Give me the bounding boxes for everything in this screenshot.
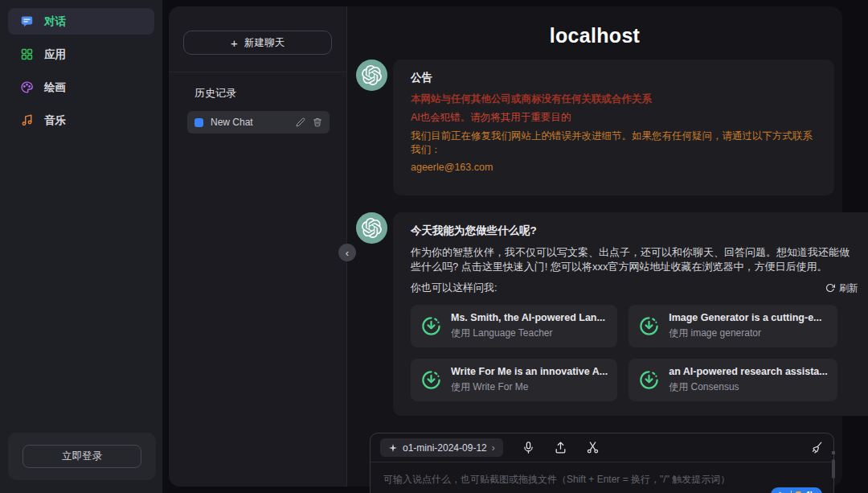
palette-icon bbox=[20, 80, 34, 94]
mic-icon[interactable] bbox=[522, 441, 535, 454]
refresh-label: 刷新 bbox=[839, 281, 858, 295]
assistant-avatar bbox=[356, 60, 387, 91]
scrollbar-dot bbox=[832, 451, 835, 454]
suggestion-use: 使用 Write For Me bbox=[451, 380, 608, 394]
download-circle-icon bbox=[420, 315, 442, 337]
history-divider bbox=[169, 72, 346, 72]
login-button[interactable]: 立即登录 bbox=[23, 445, 141, 468]
history-panel: + 新建聊天 历史记录 New Chat bbox=[169, 6, 347, 487]
new-chat-button[interactable]: + 新建聊天 bbox=[183, 31, 332, 55]
announcement-message: 公告 本网站与任何其他公司或商标没有任何关联或合作关系 AI也会犯错。请勿将其用… bbox=[356, 60, 834, 195]
suggestion-title: an AI-powered research assista... bbox=[669, 366, 828, 377]
sidebar-item-label: 绘画 bbox=[44, 80, 66, 95]
sidebar-item-chat[interactable]: 对话 bbox=[8, 8, 154, 35]
apps-grid-icon bbox=[20, 47, 34, 61]
announcement-line-2: AI也会犯错。请勿将其用于重要目的 bbox=[411, 111, 817, 125]
ask-hint: 你也可以这样问我: bbox=[411, 281, 497, 295]
announcement-line-1: 本网站与任何其他公司或商标没有任何关联或合作关系 bbox=[411, 92, 817, 106]
sidebar-item-label: 应用 bbox=[44, 47, 66, 62]
suggestion-title: Ms. Smith, the AI-powered Lan... bbox=[451, 312, 605, 323]
plus-icon: + bbox=[231, 36, 238, 50]
suggestion-grid: Ms. Smith, the AI-powered Lan... 使用 Lang… bbox=[411, 305, 837, 401]
suggestion-title: Image Generator is a cutting-e... bbox=[669, 312, 821, 323]
hint-row: 你也可以这样问我: 刷新 bbox=[411, 281, 858, 295]
scissors-icon[interactable] bbox=[586, 441, 600, 454]
sparkle-icon bbox=[388, 443, 398, 453]
model-name: o1-mini-2024-09-12 bbox=[403, 442, 487, 454]
new-chat-label: 新建聊天 bbox=[244, 36, 285, 50]
suggestion-use: 使用 Language Teacher bbox=[451, 327, 605, 340]
assistant-avatar bbox=[356, 212, 387, 244]
history-list-item[interactable]: New Chat bbox=[187, 111, 330, 134]
chat-bubble-icon bbox=[20, 14, 34, 28]
welcome-bubble: 今天我能为您做些什么呢? 作为你的智慧伙伴，我不仅可以写文案、出点子，还可以和你… bbox=[393, 212, 868, 417]
chevron-left-icon: ‹ bbox=[346, 247, 349, 259]
model-selector[interactable]: o1-mini-2024-09-12 › bbox=[380, 438, 503, 457]
music-note-icon bbox=[20, 113, 34, 127]
suggestion-card[interactable]: Write For Me is an innovative A... 使用 Wr… bbox=[411, 359, 617, 401]
message-input[interactable] bbox=[371, 462, 833, 493]
message-list: 公告 本网站与任何其他公司或商标没有任何关联或合作关系 AI也会犯错。请勿将其用… bbox=[347, 60, 842, 416]
announcement-title: 公告 bbox=[411, 71, 817, 85]
page-title: localhost bbox=[347, 24, 842, 47]
download-circle-icon bbox=[638, 369, 660, 391]
suggestion-card[interactable]: Image Generator is a cutting-e... 使用 ima… bbox=[628, 305, 837, 347]
trash-icon[interactable] bbox=[313, 117, 322, 127]
chat-item-title: New Chat bbox=[211, 117, 289, 128]
chat-area: localhost 公告 本网站与任何其他公司或商标没有任何关联或合作关系 AI… bbox=[347, 6, 842, 487]
sidebar-item-drawing[interactable]: 绘画 bbox=[8, 74, 154, 101]
composer-toolbar: o1-mini-2024-09-12 › bbox=[371, 433, 833, 462]
suggestion-card[interactable]: an AI-powered research assista... 使用 Con… bbox=[628, 359, 837, 401]
refresh-button[interactable]: 刷新 bbox=[825, 281, 858, 295]
sidebar-item-label: 对话 bbox=[44, 14, 66, 29]
broom-icon[interactable] bbox=[810, 441, 824, 454]
scrollbar-thumb[interactable] bbox=[832, 459, 835, 479]
composer: o1-mini-2024-09-12 › bbox=[370, 433, 834, 493]
history-section-title: 历史记录 bbox=[194, 86, 332, 101]
suggestion-card[interactable]: Ms. Smith, the AI-powered Lan... 使用 Lang… bbox=[411, 305, 617, 347]
announcement-email: ageerle@163.com bbox=[411, 162, 817, 173]
openai-logo-icon bbox=[362, 218, 382, 238]
main-window: + 新建聊天 历史记录 New Chat ‹ localhost bbox=[169, 6, 842, 487]
sidebar-item-music[interactable]: 音乐 bbox=[8, 107, 154, 134]
chat-color-swatch bbox=[194, 118, 203, 127]
login-card: 立即登录 bbox=[8, 433, 156, 480]
openai-logo-icon bbox=[362, 65, 382, 85]
chevron-right-icon: › bbox=[492, 442, 495, 454]
welcome-title: 今天我能为您做些什么呢? bbox=[411, 224, 858, 238]
sidebar-item-apps[interactable]: 应用 bbox=[8, 41, 154, 68]
edit-icon[interactable] bbox=[296, 117, 305, 127]
suggestion-use: 使用 Consensus bbox=[669, 380, 828, 394]
upload-icon[interactable] bbox=[554, 441, 567, 454]
suggestion-title: Write For Me is an innovative A... bbox=[451, 366, 608, 377]
refresh-icon bbox=[825, 283, 835, 293]
token-count: 4k bbox=[805, 490, 815, 493]
announcement-bubble: 公告 本网站与任何其他公司或商标没有任何关联或合作关系 AI也会犯错。请勿将其用… bbox=[393, 60, 834, 195]
collapse-history-button[interactable]: ‹ bbox=[338, 244, 356, 261]
announcement-line-3: 我们目前正在修复我们网站上的错误并改进细节。如果您有任何疑问，请通过以下方式联系… bbox=[411, 129, 817, 157]
sidebar: 对话 应用 绘画 音乐 立即登录 bbox=[0, 0, 162, 493]
suggestion-use: 使用 image generator bbox=[669, 327, 821, 340]
download-circle-icon bbox=[420, 369, 442, 391]
sidebar-item-label: 音乐 bbox=[44, 113, 66, 128]
welcome-message: 今天我能为您做些什么呢? 作为你的智慧伙伴，我不仅可以写文案、出点子，还可以和你… bbox=[356, 212, 834, 417]
welcome-body: 作为你的智慧伙伴，我不仅可以写文案、出点子，还可以和你聊天、回答问题。想知道我还… bbox=[411, 245, 858, 276]
download-circle-icon bbox=[638, 315, 660, 337]
token-badge[interactable]: 4k bbox=[771, 487, 822, 493]
